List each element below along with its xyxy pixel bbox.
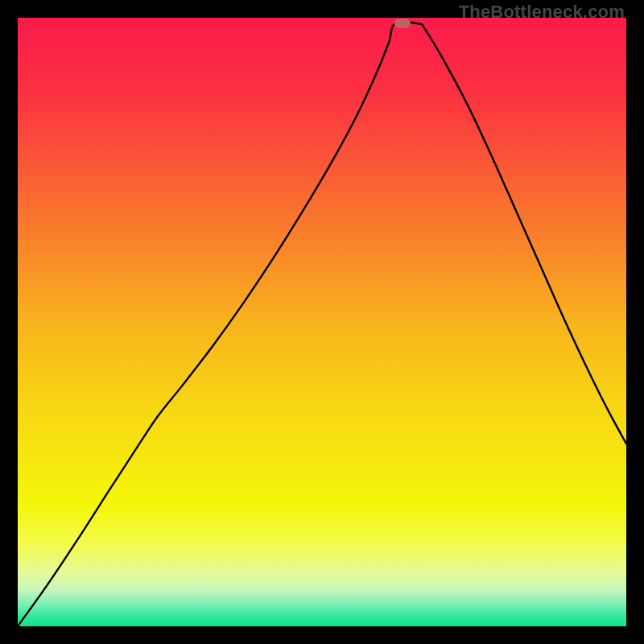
bottleneck-marker	[394, 19, 411, 28]
chart-plot-area	[18, 18, 626, 626]
chart-background	[18, 18, 626, 626]
watermark-text: TheBottleneck.com	[459, 2, 625, 23]
chart-frame: TheBottleneck.com	[0, 0, 644, 644]
chart-svg	[18, 18, 626, 626]
